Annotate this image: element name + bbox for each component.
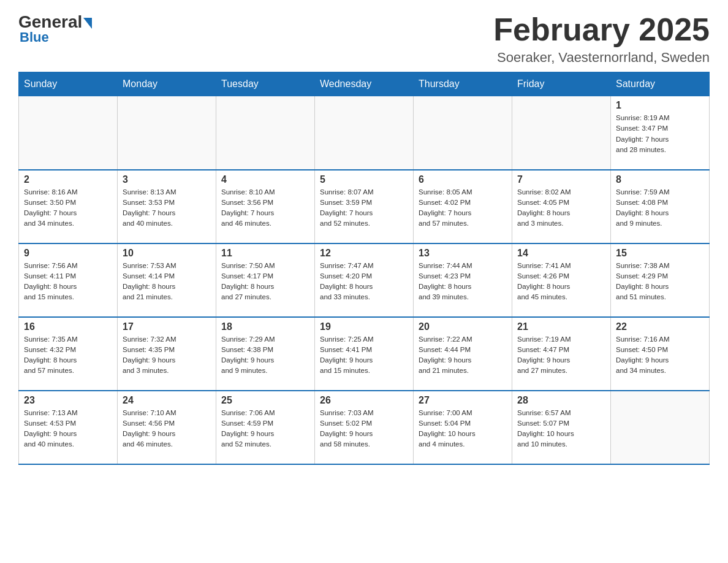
day-number: 26: [320, 395, 408, 406]
day-info: Sunrise: 7:38 AMSunset: 4:29 PMDaylight:…: [616, 261, 704, 303]
day-info: Sunrise: 7:35 AMSunset: 4:32 PMDaylight:…: [24, 334, 112, 377]
calendar-cell: 23Sunrise: 7:13 AMSunset: 4:53 PMDayligh…: [19, 391, 118, 464]
logo-blue: Blue: [18, 29, 49, 45]
day-number: 24: [123, 395, 211, 406]
day-info: Sunrise: 7:16 AMSunset: 4:50 PMDaylight:…: [616, 334, 704, 377]
day-info: Sunrise: 7:13 AMSunset: 4:53 PMDaylight:…: [24, 408, 112, 450]
calendar-cell: 3Sunrise: 8:13 AMSunset: 3:53 PMDaylight…: [118, 170, 216, 243]
calendar-cell: 9Sunrise: 7:56 AMSunset: 4:11 PMDaylight…: [19, 243, 118, 317]
title-section: February 2025 Soeraker, Vaesternorrland,…: [493, 12, 710, 66]
calendar-cell: 19Sunrise: 7:25 AMSunset: 4:41 PMDayligh…: [315, 317, 414, 391]
weekday-header-monday: Monday: [118, 72, 216, 96]
logo: General Blue: [18, 12, 93, 45]
day-info: Sunrise: 7:25 AMSunset: 4:41 PMDaylight:…: [320, 334, 408, 377]
day-number: 23: [24, 395, 112, 406]
day-number: 12: [320, 248, 408, 259]
weekday-header-saturday: Saturday: [611, 72, 710, 96]
calendar-cell: 7Sunrise: 8:02 AMSunset: 4:05 PMDaylight…: [512, 170, 611, 243]
day-number: 22: [616, 321, 704, 332]
calendar-week-3: 9Sunrise: 7:56 AMSunset: 4:11 PMDaylight…: [19, 243, 710, 317]
day-number: 1: [616, 100, 704, 111]
day-info: Sunrise: 7:56 AMSunset: 4:11 PMDaylight:…: [24, 261, 112, 303]
day-number: 4: [221, 174, 309, 185]
calendar-cell: 5Sunrise: 8:07 AMSunset: 3:59 PMDaylight…: [315, 170, 414, 243]
day-number: 17: [123, 321, 211, 332]
weekday-row: SundayMondayTuesdayWednesdayThursdayFrid…: [19, 72, 710, 96]
day-info: Sunrise: 7:32 AMSunset: 4:35 PMDaylight:…: [123, 334, 211, 377]
calendar-cell: 26Sunrise: 7:03 AMSunset: 5:02 PMDayligh…: [315, 391, 414, 464]
calendar-cell: 16Sunrise: 7:35 AMSunset: 4:32 PMDayligh…: [19, 317, 118, 391]
day-number: 16: [24, 321, 112, 332]
weekday-header-friday: Friday: [512, 72, 611, 96]
month-title: February 2025: [493, 12, 710, 47]
calendar-cell: 15Sunrise: 7:38 AMSunset: 4:29 PMDayligh…: [611, 243, 710, 317]
day-info: Sunrise: 8:10 AMSunset: 3:56 PMDaylight:…: [221, 187, 309, 229]
calendar-cell: 18Sunrise: 7:29 AMSunset: 4:38 PMDayligh…: [216, 317, 315, 391]
calendar-cell: 17Sunrise: 7:32 AMSunset: 4:35 PMDayligh…: [118, 317, 216, 391]
day-info: Sunrise: 8:07 AMSunset: 3:59 PMDaylight:…: [320, 187, 408, 229]
calendar-cell: [512, 96, 611, 170]
day-number: 19: [320, 321, 408, 332]
weekday-header-sunday: Sunday: [19, 72, 118, 96]
day-number: 3: [123, 174, 211, 185]
day-info: Sunrise: 7:53 AMSunset: 4:14 PMDaylight:…: [123, 261, 211, 303]
calendar-cell: [19, 96, 118, 170]
day-number: 2: [24, 174, 112, 185]
day-number: 14: [517, 248, 605, 259]
day-number: 8: [616, 174, 704, 185]
day-info: Sunrise: 7:29 AMSunset: 4:38 PMDaylight:…: [221, 334, 309, 377]
day-info: Sunrise: 7:41 AMSunset: 4:26 PMDaylight:…: [517, 261, 605, 303]
day-info: Sunrise: 7:10 AMSunset: 4:56 PMDaylight:…: [123, 408, 211, 450]
weekday-header-tuesday: Tuesday: [216, 72, 315, 96]
calendar-cell: 14Sunrise: 7:41 AMSunset: 4:26 PMDayligh…: [512, 243, 611, 317]
calendar-cell: 4Sunrise: 8:10 AMSunset: 3:56 PMDaylight…: [216, 170, 315, 243]
calendar-cell: 8Sunrise: 7:59 AMSunset: 4:08 PMDaylight…: [611, 170, 710, 243]
calendar-cell: [315, 96, 414, 170]
calendar-cell: 2Sunrise: 8:16 AMSunset: 3:50 PMDaylight…: [19, 170, 118, 243]
day-info: Sunrise: 7:44 AMSunset: 4:23 PMDaylight:…: [419, 261, 507, 303]
page-header: General Blue February 2025 Soeraker, Vae…: [18, 12, 710, 66]
calendar-cell: 1Sunrise: 8:19 AMSunset: 3:47 PMDaylight…: [611, 96, 710, 170]
calendar-week-2: 2Sunrise: 8:16 AMSunset: 3:50 PMDaylight…: [19, 170, 710, 243]
calendar-cell: 21Sunrise: 7:19 AMSunset: 4:47 PMDayligh…: [512, 317, 611, 391]
calendar-cell: [118, 96, 216, 170]
day-number: 28: [517, 395, 605, 406]
day-info: Sunrise: 7:47 AMSunset: 4:20 PMDaylight:…: [320, 261, 408, 303]
day-info: Sunrise: 7:03 AMSunset: 5:02 PMDaylight:…: [320, 408, 408, 450]
day-info: Sunrise: 7:59 AMSunset: 4:08 PMDaylight:…: [616, 187, 704, 229]
day-number: 5: [320, 174, 408, 185]
day-number: 10: [123, 248, 211, 259]
calendar-cell: [611, 391, 710, 464]
day-number: 21: [517, 321, 605, 332]
day-info: Sunrise: 7:22 AMSunset: 4:44 PMDaylight:…: [419, 334, 507, 377]
calendar-cell: 22Sunrise: 7:16 AMSunset: 4:50 PMDayligh…: [611, 317, 710, 391]
calendar-header: SundayMondayTuesdayWednesdayThursdayFrid…: [19, 72, 710, 96]
day-number: 11: [221, 248, 309, 259]
day-info: Sunrise: 7:00 AMSunset: 5:04 PMDaylight:…: [419, 408, 507, 450]
calendar-cell: [216, 96, 315, 170]
day-info: Sunrise: 8:16 AMSunset: 3:50 PMDaylight:…: [24, 187, 112, 229]
day-info: Sunrise: 6:57 AMSunset: 5:07 PMDaylight:…: [517, 408, 605, 450]
day-info: Sunrise: 8:19 AMSunset: 3:47 PMDaylight:…: [616, 113, 704, 155]
calendar-body: 1Sunrise: 8:19 AMSunset: 3:47 PMDaylight…: [19, 96, 710, 464]
calendar-cell: 6Sunrise: 8:05 AMSunset: 4:02 PMDaylight…: [414, 170, 512, 243]
day-number: 9: [24, 248, 112, 259]
day-info: Sunrise: 7:50 AMSunset: 4:17 PMDaylight:…: [221, 261, 309, 303]
weekday-header-thursday: Thursday: [414, 72, 512, 96]
day-number: 13: [419, 248, 507, 259]
day-info: Sunrise: 8:02 AMSunset: 4:05 PMDaylight:…: [517, 187, 605, 229]
day-number: 27: [419, 395, 507, 406]
logo-arrow-icon: [83, 18, 92, 29]
day-number: 20: [419, 321, 507, 332]
calendar-cell: 12Sunrise: 7:47 AMSunset: 4:20 PMDayligh…: [315, 243, 414, 317]
calendar-cell: 24Sunrise: 7:10 AMSunset: 4:56 PMDayligh…: [118, 391, 216, 464]
calendar-cell: 25Sunrise: 7:06 AMSunset: 4:59 PMDayligh…: [216, 391, 315, 464]
calendar-cell: 27Sunrise: 7:00 AMSunset: 5:04 PMDayligh…: [414, 391, 512, 464]
day-number: 25: [221, 395, 309, 406]
calendar-week-4: 16Sunrise: 7:35 AMSunset: 4:32 PMDayligh…: [19, 317, 710, 391]
weekday-header-wednesday: Wednesday: [315, 72, 414, 96]
day-info: Sunrise: 7:06 AMSunset: 4:59 PMDaylight:…: [221, 408, 309, 450]
day-info: Sunrise: 8:05 AMSunset: 4:02 PMDaylight:…: [419, 187, 507, 229]
calendar-cell: 11Sunrise: 7:50 AMSunset: 4:17 PMDayligh…: [216, 243, 315, 317]
location: Soeraker, Vaesternorrland, Sweden: [493, 50, 710, 66]
